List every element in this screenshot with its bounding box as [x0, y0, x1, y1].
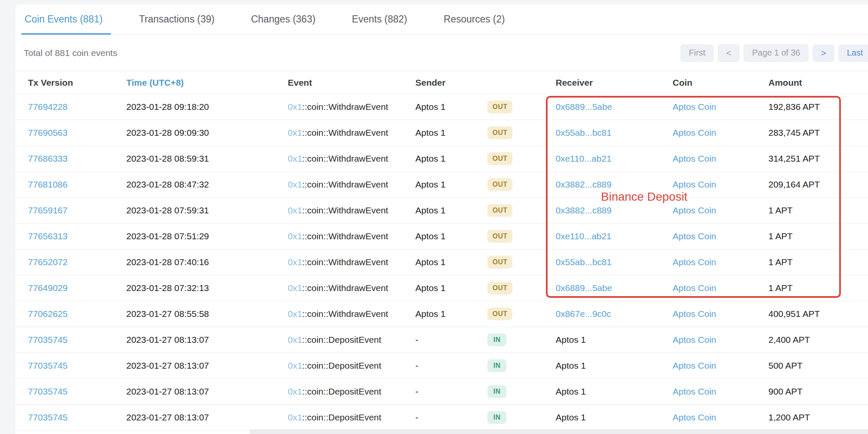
event-cell: 0x1::coin::WithdrawEvent: [288, 231, 415, 241]
event-module-link[interactable]: 0x1: [288, 335, 302, 344]
sender-cell: Aptos 1: [415, 257, 487, 267]
coin-link[interactable]: Aptos Coin: [673, 283, 716, 293]
table-body: 77694228 2023-01-28 09:18:20 0x1::coin::…: [15, 94, 868, 431]
direction-cell: OUT: [487, 230, 556, 243]
tx-version-link[interactable]: 77681086: [28, 179, 67, 189]
time-cell: 2023-01-27 08:13:07: [126, 361, 288, 371]
coin-link[interactable]: Aptos Coin: [673, 179, 716, 189]
sender-cell: Aptos 1: [415, 231, 487, 241]
receiver-link[interactable]: 0x6889...5abe: [556, 102, 612, 112]
coin-link[interactable]: Aptos Coin: [673, 205, 716, 215]
sender-cell: -: [415, 412, 487, 423]
coin-link[interactable]: Aptos Coin: [673, 335, 716, 344]
receiver-link: Aptos 1: [556, 335, 586, 344]
coin-link[interactable]: Aptos Coin: [673, 361, 716, 370]
receiver-link[interactable]: 0x3882...c889: [556, 179, 612, 189]
first-page-button[interactable]: First: [680, 44, 714, 62]
time-cell: 2023-01-28 08:47:32: [126, 179, 288, 190]
receiver-link[interactable]: 0x55ab...bc81: [556, 128, 612, 137]
event-module-link[interactable]: 0x1: [288, 361, 302, 370]
coin-link[interactable]: Aptos Coin: [673, 128, 716, 137]
sender-cell: Aptos 1: [415, 205, 487, 216]
tx-version-link[interactable]: 77035745: [28, 361, 67, 370]
event-name: ::coin::WithdrawEvent: [302, 231, 388, 241]
next-page-button[interactable]: >: [812, 44, 835, 62]
event-module-link[interactable]: 0x1: [288, 128, 302, 137]
receiver-link[interactable]: 0x867e...9c0c: [556, 309, 611, 319]
table-row: 77686333 2023-01-28 08:59:31 0x1::coin::…: [15, 146, 868, 172]
event-module-link[interactable]: 0x1: [288, 412, 302, 422]
time-cell: 2023-01-28 07:40:16: [126, 257, 288, 267]
event-module-link[interactable]: 0x1: [288, 257, 302, 267]
event-module-link[interactable]: 0x1: [288, 154, 302, 163]
tx-version-link[interactable]: 77035745: [28, 335, 67, 344]
direction-badge: OUT: [487, 308, 512, 320]
coin-link[interactable]: Aptos Coin: [673, 386, 716, 396]
coin-link[interactable]: Aptos Coin: [673, 309, 716, 319]
coin-link[interactable]: Aptos Coin: [673, 257, 716, 267]
amount-cell: 2,400 APT: [768, 335, 868, 345]
coin-link[interactable]: Aptos Coin: [673, 102, 716, 112]
tab-events[interactable]: Events (882): [351, 4, 408, 34]
event-module-link[interactable]: 0x1: [288, 102, 302, 112]
header-time-sort[interactable]: Time (UTC+8): [126, 78, 288, 88]
tx-version-link[interactable]: 77686333: [28, 154, 67, 163]
event-module-link[interactable]: 0x1: [288, 205, 302, 215]
event-cell: 0x1::coin::DepositEvent: [288, 361, 415, 371]
receiver-link[interactable]: 0x3882...c889: [556, 205, 612, 215]
receiver-link[interactable]: 0x6889...5abe: [556, 283, 612, 293]
receiver-link[interactable]: 0x55ab...bc81: [556, 257, 612, 267]
amount-cell: 1 APT: [768, 231, 868, 241]
pagination: First < Page 1 of 36 > Last: [680, 44, 868, 62]
event-name: ::coin::DepositEvent: [302, 335, 381, 344]
receiver-link[interactable]: 0xe110...ab21: [556, 154, 612, 163]
table-row: 77035745 2023-01-27 08:13:07 0x1::coin::…: [15, 353, 868, 379]
prev-page-button[interactable]: <: [718, 44, 740, 62]
direction-badge: OUT: [487, 178, 512, 191]
event-module-link[interactable]: 0x1: [288, 283, 302, 293]
receiver-link[interactable]: 0xe110...ab21: [556, 231, 612, 241]
tx-version-link[interactable]: 77659167: [28, 205, 67, 215]
tab-resources[interactable]: Resources (2): [443, 4, 506, 34]
event-module-link[interactable]: 0x1: [288, 386, 302, 396]
tx-version-link[interactable]: 77035745: [28, 386, 67, 396]
time-cell: 2023-01-27 08:13:07: [126, 386, 288, 397]
last-page-button[interactable]: Last: [838, 44, 868, 62]
event-name: ::coin::WithdrawEvent: [302, 283, 388, 293]
coin-link[interactable]: Aptos Coin: [673, 154, 716, 163]
table-row: 77652072 2023-01-28 07:40:16 0x1::coin::…: [15, 249, 868, 275]
horizontal-scrollbar[interactable]: [249, 429, 868, 434]
tx-version-link[interactable]: 77690563: [28, 128, 67, 137]
event-name: ::coin::WithdrawEvent: [302, 257, 388, 267]
tx-version-link[interactable]: 77694228: [28, 102, 67, 112]
direction-badge: OUT: [487, 101, 512, 113]
event-module-link[interactable]: 0x1: [288, 179, 302, 189]
direction-badge: IN: [487, 359, 506, 372]
event-cell: 0x1::coin::DepositEvent: [288, 412, 415, 423]
event-module-link[interactable]: 0x1: [288, 309, 302, 319]
time-cell: 2023-01-28 09:18:20: [126, 102, 288, 112]
event-cell: 0x1::coin::WithdrawEvent: [288, 102, 415, 112]
event-module-link[interactable]: 0x1: [288, 231, 302, 241]
coin-link[interactable]: Aptos Coin: [673, 231, 716, 241]
tx-version-link[interactable]: 77035745: [28, 412, 67, 422]
tab-coin-events[interactable]: Coin Events (881): [24, 4, 103, 34]
tx-version-link[interactable]: 77062625: [28, 309, 67, 319]
event-cell: 0x1::coin::WithdrawEvent: [288, 309, 415, 319]
tx-version-link[interactable]: 77649029: [28, 283, 67, 293]
tx-version-link[interactable]: 77652072: [28, 257, 67, 267]
table-row: 77659167 2023-01-28 07:59:31 0x1::coin::…: [15, 198, 868, 224]
receiver-link: Aptos 1: [556, 386, 586, 396]
event-name: ::coin::WithdrawEvent: [302, 309, 388, 319]
amount-cell: 900 APT: [768, 386, 868, 397]
receiver-link: Aptos 1: [556, 412, 586, 422]
tx-version-link[interactable]: 77656313: [28, 231, 67, 241]
tab-transactions[interactable]: Transactions (39): [138, 4, 215, 34]
direction-badge: OUT: [487, 126, 512, 139]
amount-cell: 1 APT: [768, 283, 868, 293]
coin-link[interactable]: Aptos Coin: [673, 412, 716, 422]
sender-cell: Aptos 1: [415, 154, 487, 164]
tab-changes[interactable]: Changes (363): [250, 4, 316, 34]
event-name: ::coin::DepositEvent: [302, 412, 381, 422]
direction-badge: IN: [487, 385, 506, 398]
